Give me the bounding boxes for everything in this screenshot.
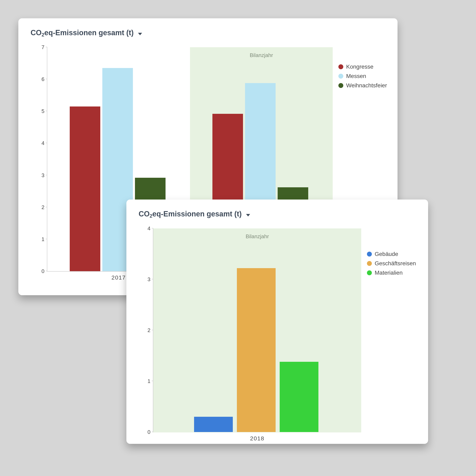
bar-materialien-2018 [280, 362, 318, 432]
ytick-label: 4 [32, 140, 47, 146]
chevron-down-icon [246, 214, 250, 216]
chart-card-2: CO2eq-Emissionen gesamt (t) Bilanzjahr 0… [126, 200, 428, 444]
chart-legend-2: Gebäude Geschäftsreisen Materialien [367, 251, 416, 279]
chart-title-1[interactable]: CO2eq-Emissionen gesamt (t) [31, 29, 142, 37]
legend-dot-icon [338, 64, 343, 69]
ytick-label: 1 [138, 378, 153, 384]
legend-item-kongresse[interactable]: Kongresse [338, 64, 387, 70]
ytick-label: 4 [138, 225, 153, 232]
legend-label: Materialien [375, 270, 403, 276]
bar-gebaeude-2018 [194, 417, 233, 432]
chart-plot-2: Bilanzjahr 0 1 2 3 4 2018 [153, 228, 361, 432]
ytick-label: 5 [32, 108, 47, 114]
legend-label: Geschäftsreisen [375, 260, 416, 267]
bar-kongresse-2017 [70, 106, 100, 271]
legend-dot-icon [338, 74, 343, 79]
legend-item-gebaeude[interactable]: Gebäude [367, 251, 416, 257]
legend-label: Gebäude [375, 251, 398, 257]
chevron-down-icon [138, 33, 142, 35]
legend-label: Messen [346, 73, 366, 79]
ytick-label: 0 [138, 429, 153, 435]
ytick-label: 2 [32, 204, 47, 210]
legend-dot-icon [367, 261, 372, 266]
ytick-label: 3 [32, 172, 47, 178]
legend-item-geschaeftsreisen[interactable]: Geschäftsreisen [367, 260, 416, 267]
highlight-label-1: Bilanzjahr [190, 52, 333, 58]
xtick-label: 2017 [111, 271, 126, 281]
legend-label: Weihnachtsfeier [346, 82, 387, 89]
chart-legend-1: Kongresse Messen Weihnachtsfeier [338, 64, 387, 92]
ytick-label: 6 [32, 76, 47, 83]
legend-item-materialien[interactable]: Materialien [367, 270, 416, 276]
bar-geschaeftsreisen-2018 [237, 268, 275, 432]
chart-title-2[interactable]: CO2eq-Emissionen gesamt (t) [139, 210, 250, 218]
ytick-label: 1 [32, 236, 47, 242]
xtick-label: 2018 [250, 432, 264, 442]
legend-item-messen[interactable]: Messen [338, 73, 387, 79]
highlight-label-2: Bilanzjahr [153, 233, 361, 240]
ytick-label: 7 [32, 44, 47, 51]
legend-dot-icon [367, 270, 372, 275]
legend-item-weihnachtsfeier[interactable]: Weihnachtsfeier [338, 82, 387, 89]
ytick-label: 3 [138, 276, 153, 283]
ytick-label: 0 [32, 268, 47, 274]
legend-dot-icon [367, 252, 372, 256]
legend-label: Kongresse [346, 64, 373, 70]
legend-dot-icon [338, 83, 343, 88]
ytick-label: 2 [138, 327, 153, 334]
